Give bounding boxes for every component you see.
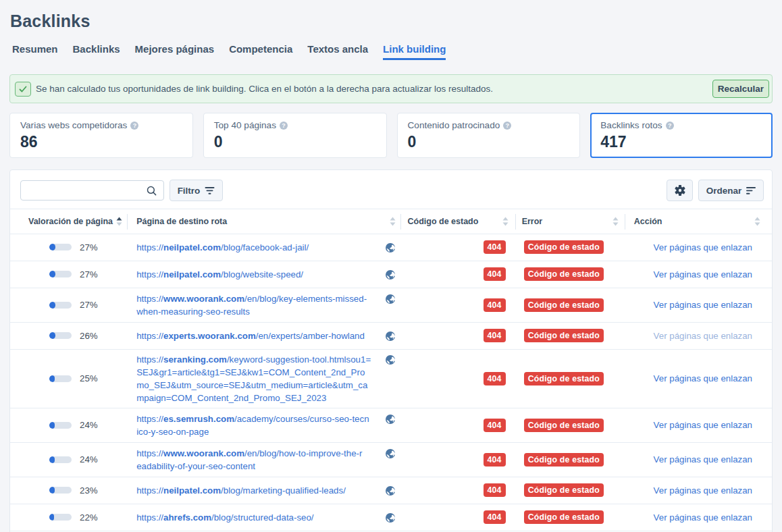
help-icon[interactable]: ? [280, 122, 288, 130]
broken-url-link[interactable]: https://ahrefs.com/blog/structured-data-… [136, 511, 371, 524]
globe-icon[interactable] [386, 355, 395, 365]
status-code-badge: 404 [484, 298, 506, 312]
status-code-badge: 404 [484, 329, 506, 342]
globe-icon[interactable] [386, 415, 395, 424]
sort-caret-icon [116, 217, 122, 226]
table-row: 25% https://seranking.com/keyword-sugges… [10, 349, 772, 408]
tab-backlinks[interactable]: Backlinks [73, 43, 120, 60]
tabs-bar: Resumen Backlinks Mejores páginas Compet… [12, 43, 773, 60]
globe-icon[interactable] [386, 294, 395, 304]
settings-button[interactable] [667, 180, 693, 201]
search-wrap [20, 180, 164, 201]
view-linking-pages-link[interactable]: Ver páginas que enlazan [654, 373, 752, 383]
page-score-value: 26% [80, 331, 98, 341]
column-header-pagina-destino[interactable]: Página de destino rota [128, 209, 401, 234]
broken-url-link[interactable]: https://www.woorank.com/en/blog/how-to-i… [136, 447, 365, 473]
page-score-bar [49, 271, 72, 277]
page-score-value: 24% [80, 454, 98, 464]
page-score-bar [49, 375, 72, 382]
table-row: 27% https://neilpatel.com/blog/facebook-… [10, 234, 772, 261]
page-score-bar [49, 514, 72, 521]
page-score-bar-fill [49, 332, 55, 339]
table-header-row: Valoración de página Página de destino r… [10, 209, 772, 234]
page-score-bar-fill [49, 514, 54, 521]
tab-textos-ancla[interactable]: Textos ancla [307, 43, 368, 60]
page-score-bar-fill [49, 271, 55, 277]
error-badge: Código de estado [524, 372, 604, 385]
card-label: Contenido patrocinado [408, 120, 500, 130]
view-linking-pages-link[interactable]: Ver páginas que enlazan [654, 485, 752, 496]
page-score-value: 27% [80, 300, 98, 310]
help-icon[interactable]: ? [130, 122, 138, 130]
filter-button-label: Filtro [178, 186, 201, 196]
page-score-bar [49, 302, 72, 309]
help-icon[interactable]: ? [503, 122, 511, 130]
table-row: 22% https://ahrefs.com/blog/structured-d… [10, 504, 772, 531]
view-linking-pages-link[interactable]: Ver páginas que enlazan [654, 242, 752, 252]
search-input[interactable] [20, 180, 164, 201]
card-contenido-patrocinado[interactable]: Contenido patrocinado? 0 [397, 113, 581, 158]
status-code-badge: 404 [484, 419, 506, 432]
view-linking-pages-link[interactable]: Ver páginas que enlazan [654, 331, 752, 341]
page: Backlinks Resumen Backlinks Mejores pági… [0, 11, 782, 532]
page-score-value: 24% [80, 420, 98, 430]
url-domain: ahrefs.com [163, 512, 211, 523]
globe-icon[interactable] [386, 243, 395, 252]
tab-resumen[interactable]: Resumen [12, 43, 58, 60]
globe-icon[interactable] [386, 449, 395, 458]
view-linking-pages-link[interactable]: Ver páginas que enlazan [654, 512, 752, 523]
broken-url-link[interactable]: https://experts.woorank.com/en/experts/a… [136, 329, 371, 342]
url-domain: neilpatel.com [163, 269, 221, 280]
page-score-bar-fill [49, 302, 55, 309]
card-value: 417 [600, 133, 762, 151]
column-header-valoracion[interactable]: Valoración de página [10, 209, 128, 234]
column-header-codigo-estado[interactable]: Código de estado [401, 209, 515, 234]
sort-button-label: Ordenar [706, 186, 742, 196]
tab-link-building[interactable]: Link building [383, 43, 446, 60]
help-icon[interactable]: ? [666, 122, 674, 130]
table-panel: Filtro Ordena [9, 169, 773, 532]
page-score-bar [49, 487, 72, 494]
sort-caret-icon [502, 217, 509, 226]
page-score-bar [49, 456, 72, 463]
view-linking-pages-link[interactable]: Ver páginas que enlazan [654, 454, 752, 464]
error-badge: Código de estado [524, 483, 604, 497]
globe-icon[interactable] [386, 486, 395, 496]
page-score-bar-fill [49, 487, 55, 494]
error-badge: Código de estado [524, 419, 604, 432]
card-label: Top 40 páginas [214, 120, 276, 130]
broken-url-link[interactable]: https://es.semrush.com/academy/courses/c… [136, 413, 371, 438]
card-value: 0 [408, 133, 570, 151]
view-linking-pages-link[interactable]: Ver páginas que enlazan [654, 420, 752, 430]
globe-icon[interactable] [386, 331, 395, 341]
sort-icon [746, 187, 756, 194]
error-badge: Código de estado [524, 298, 604, 312]
card-varias-webs-competidoras[interactable]: Varias webs competidoras? 86 [9, 113, 193, 158]
tab-competencia[interactable]: Competencia [229, 43, 292, 60]
broken-url-link[interactable]: https://neilpatel.com/blog/marketing-qua… [136, 484, 371, 497]
error-badge: Código de estado [524, 240, 604, 254]
page-score-value: 27% [80, 269, 98, 280]
globe-icon[interactable] [386, 513, 395, 523]
broken-url-link[interactable]: https://seranking.com/keyword-suggestion… [136, 353, 371, 404]
view-linking-pages-link[interactable]: Ver páginas que enlazan [654, 269, 752, 280]
filter-button[interactable]: Filtro [170, 180, 223, 201]
banner-message: Se han calculado tus oportunidades de li… [36, 84, 712, 94]
view-linking-pages-link[interactable]: Ver páginas que enlazan [654, 300, 752, 310]
globe-icon[interactable] [386, 270, 395, 280]
card-top-40-paginas[interactable]: Top 40 páginas? 0 [203, 113, 387, 158]
table-row: 24% https://www.woorank.com/en/blog/how-… [10, 442, 772, 477]
column-header-accion[interactable]: Acción [625, 209, 772, 234]
broken-url-link[interactable]: https://neilpatel.com/blog/facebook-ad-j… [136, 241, 371, 254]
broken-url-link[interactable]: https://neilpatel.com/blog/website-speed… [136, 268, 371, 281]
tab-mejores-paginas[interactable]: Mejores páginas [135, 43, 215, 60]
card-backlinks-rotos[interactable]: Backlinks rotos? 417 [590, 113, 773, 158]
sort-caret-icon [612, 217, 619, 226]
gear-icon [675, 185, 685, 196]
column-header-error[interactable]: Error [516, 209, 625, 234]
broken-url-link[interactable]: https://www.woorank.com/en/blog/key-elem… [136, 292, 371, 318]
table-row: 24% https://es.semrush.com/academy/cours… [10, 408, 772, 442]
recalculate-button[interactable]: Recalcular [712, 80, 769, 98]
success-banner: Se han calculado tus oportunidades de li… [9, 74, 773, 103]
sort-button[interactable]: Ordenar [698, 180, 764, 201]
